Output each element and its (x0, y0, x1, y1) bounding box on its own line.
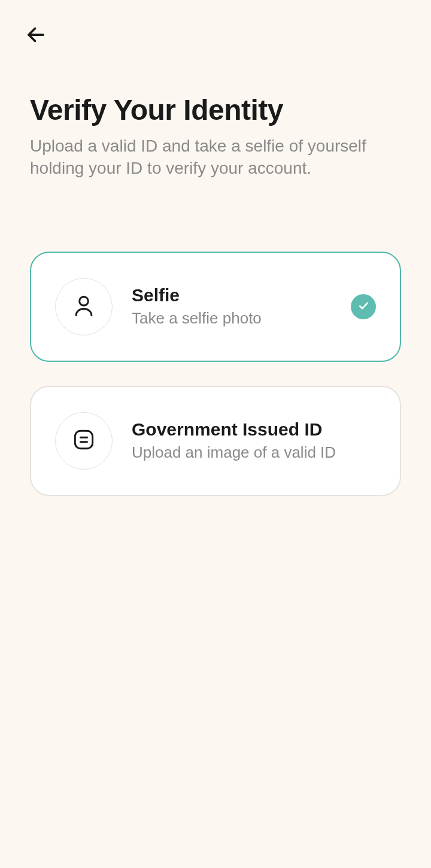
options-list: Selfie Take a selfie photo Government Is… (30, 252, 401, 520)
option-title: Government Issued ID (132, 419, 376, 440)
option-content: Government Issued ID Upload an image of … (132, 419, 376, 463)
option-government-id[interactable]: Government Issued ID Upload an image of … (30, 386, 401, 496)
svg-point-1 (80, 297, 89, 306)
option-selfie[interactable]: Selfie Take a selfie photo (30, 252, 401, 362)
option-subtitle: Take a selfie photo (132, 309, 332, 329)
option-subtitle: Upload an image of a valid ID (132, 443, 376, 463)
svg-rect-2 (75, 431, 92, 448)
back-button[interactable] (24, 24, 48, 48)
option-icon-circle (55, 278, 113, 335)
option-icon-circle (55, 412, 113, 470)
arrow-left-icon (25, 24, 47, 48)
option-content: Selfie Take a selfie photo (132, 285, 332, 329)
option-title: Selfie (132, 285, 332, 306)
user-icon (71, 292, 97, 321)
check-icon (357, 300, 369, 314)
check-badge (351, 294, 376, 319)
id-card-icon (71, 427, 97, 455)
header: Verify Your Identity Upload a valid ID a… (30, 93, 401, 180)
page-subtitle: Upload a valid ID and take a selfie of y… (30, 135, 401, 180)
page-title: Verify Your Identity (30, 93, 401, 128)
